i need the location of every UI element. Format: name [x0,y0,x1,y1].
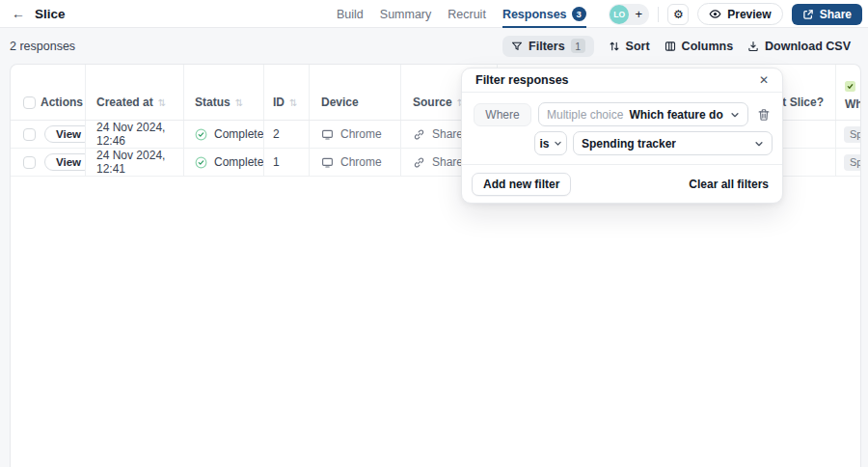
chevron-down-icon [554,139,562,148]
eye-icon [709,8,721,20]
gear-icon: ⚙ [673,8,684,21]
completed-check-icon [195,156,207,169]
tab-summary-label: Summary [380,8,431,21]
top-bar: ← Slice Build Summary Recruit Responses … [0,0,868,28]
where-label: Where [474,103,531,126]
columns-icon [665,41,676,52]
created-at-value: 24 Nov 2024, 12:41 [96,149,183,176]
responses-count-text: 2 responses [10,40,75,53]
responses-toolbar: 2 responses Filters 1 Sort [0,28,868,64]
filter-responses-dialog: Filter responses ✕ Where Multiple choice… [461,68,783,204]
tab-build-label: Build [337,8,364,21]
header-status[interactable]: Status [195,96,231,109]
sort-label: Sort [626,40,650,53]
status-value: Completed [214,127,264,141]
created-at-value: 24 Nov 2024, 12:46 [96,121,183,148]
header-id[interactable]: ID [273,96,285,109]
id-value: 2 [273,127,280,141]
filter-value-dropdown[interactable]: Spending tracker [573,131,773,155]
clear-all-filters-button[interactable]: Clear all filters [689,178,769,191]
preview-button[interactable]: Preview [697,3,782,25]
chevron-down-icon [754,139,764,149]
link-icon [413,128,425,141]
divider [658,7,659,22]
field-question-label: Which feature do you use mo... [629,108,724,122]
sort-arrows-icon[interactable]: ⇅ [235,97,243,108]
download-csv-label: Download CSV [765,40,851,53]
header-question-which-feature: Which feature do you use mo... [845,97,860,111]
columns-button[interactable]: Columns [665,40,733,53]
close-icon[interactable]: ✕ [759,74,769,86]
download-csv-button[interactable]: Download CSV [747,40,851,53]
preview-label: Preview [727,8,771,21]
columns-label: Columns [682,40,733,53]
field-type-label: Multiple choice [547,108,623,122]
row-checkbox[interactable] [23,128,36,141]
app-title: Slice [35,7,66,21]
tab-responses[interactable]: Responses 3 [502,0,586,28]
collaborators-pill: LO + [609,4,649,25]
trash-icon[interactable] [757,108,771,122]
main-nav: Build Summary Recruit Responses 3 [337,0,586,28]
operator-label: is [540,137,550,151]
tab-recruit-label: Recruit [448,8,486,21]
responses-count-badge: 3 [572,7,586,21]
sort-button[interactable]: Sort [609,40,650,53]
filter-operator-dropdown[interactable]: is [534,131,567,155]
tab-responses-label: Responses [502,8,567,21]
settings-button[interactable]: ⚙ [667,4,689,25]
select-all-checkbox[interactable] [23,96,36,109]
filters-button[interactable]: Filters 1 [502,36,594,57]
filter-field-dropdown[interactable]: Multiple choice Which feature do you use… [538,102,748,126]
link-icon [413,156,425,169]
share-icon [802,9,814,20]
tab-recruit[interactable]: Recruit [448,0,486,28]
back-icon[interactable]: ← [12,7,25,20]
completed-check-icon [195,128,207,141]
header-created-at[interactable]: Created at [96,96,153,109]
download-icon [747,41,759,52]
multiple-choice-question-icon [845,81,855,92]
source-value: Share [432,155,463,169]
tab-summary[interactable]: Summary [380,0,431,28]
sort-arrows-icon[interactable]: ⇅ [158,97,166,108]
share-label: Share [820,8,852,21]
monitor-icon [321,156,334,169]
share-button[interactable]: Share [792,4,862,25]
sort-arrows-icon[interactable]: ⇅ [289,97,297,108]
source-value: Share [432,127,463,141]
dialog-title: Filter responses [475,73,569,87]
view-response-button[interactable]: View [44,153,86,171]
sort-icon [609,41,620,52]
id-value: 1 [273,155,280,169]
funnel-icon [511,41,523,52]
add-new-filter-button[interactable]: Add new filter [472,173,571,196]
answer-badge: Spending tracker [844,126,860,143]
avatar[interactable]: LO [610,5,629,24]
chevron-down-icon [730,110,740,120]
answer-badge: Spending tracker [844,154,860,171]
add-collaborator-button[interactable]: + [629,5,648,24]
status-value: Completed [214,155,264,169]
header-source[interactable]: Source [413,96,452,109]
tab-build[interactable]: Build [337,0,364,28]
monitor-icon [321,128,334,141]
filters-label: Filters [529,40,565,53]
header-device: Device [321,96,359,109]
row-checkbox[interactable] [23,156,36,169]
filter-value-label: Spending tracker [582,137,676,151]
header-actions: Actions [41,96,83,109]
view-response-button[interactable]: View [44,125,86,143]
device-value: Chrome [340,127,382,141]
device-value: Chrome [340,155,382,169]
filters-count-badge: 1 [571,39,585,53]
